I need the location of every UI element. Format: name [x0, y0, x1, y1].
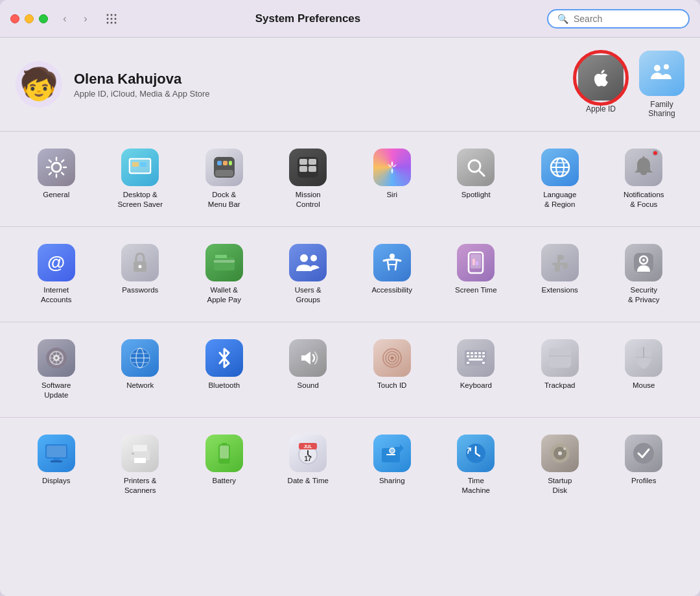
svg-point-105: [633, 443, 654, 464]
search-input[interactable]: [574, 14, 679, 24]
svg-rect-44: [472, 259, 475, 265]
trackpad-label: Trackpad: [522, 381, 598, 390]
profile-subtitle: Apple ID, iCloud, Media & App Store: [74, 89, 578, 99]
pref-users[interactable]: Users &Groups: [268, 239, 349, 310]
svg-rect-14: [132, 162, 139, 167]
svg-rect-23: [309, 159, 316, 165]
minimize-button[interactable]: [25, 14, 34, 23]
desktop-label: Desktop &Screen Saver: [102, 190, 179, 209]
mouse-icon: [625, 339, 662, 377]
svg-rect-73: [482, 355, 485, 357]
svg-rect-22: [299, 159, 307, 165]
pref-sound[interactable]: Sound: [268, 334, 349, 405]
general-icon: [38, 149, 75, 186]
svg-rect-64: [467, 352, 469, 354]
pref-spotlight[interactable]: Spotlight: [436, 143, 517, 215]
pref-sharing[interactable]: Sharing: [351, 429, 433, 501]
accessibility-label: Accessibility: [354, 285, 430, 295]
svg-rect-19: [223, 161, 228, 165]
spotlight-icon: [457, 149, 495, 186]
profile-section: 🧒 Olena Kahujova Apple ID, iCloud, Media…: [0, 38, 700, 132]
svg-point-62: [390, 356, 393, 359]
system-preferences-window: ‹ › System Preferences 🔍 🧒 Olena Kahujov…: [0, 0, 700, 596]
maximize-button[interactable]: [39, 14, 48, 23]
pref-wallet[interactable]: Wallet &Apple Pay: [183, 239, 265, 310]
traffic-lights: [10, 14, 48, 23]
svg-point-103: [558, 451, 562, 455]
pref-dock[interactable]: Dock &Menu Bar: [183, 143, 265, 215]
svg-text:17: 17: [305, 455, 312, 462]
pref-notifications[interactable]: Notifications& Focus: [603, 143, 685, 215]
pref-touchid[interactable]: Touch ID: [351, 334, 433, 405]
pref-accessibility[interactable]: Accessibility: [351, 239, 433, 310]
svg-point-10: [664, 64, 669, 69]
trackpad-icon: [541, 339, 579, 377]
profile-info: Olena Kahujova Apple ID, iCloud, Media &…: [74, 71, 578, 99]
pref-desktop[interactable]: Desktop &Screen Saver: [100, 143, 181, 215]
mouse-label: Mouse: [606, 381, 682, 390]
pref-datetime[interactable]: JUL 17 Date & Time: [268, 429, 349, 501]
svg-rect-71: [474, 355, 477, 357]
svg-rect-72: [478, 355, 481, 357]
language-icon: [541, 149, 579, 186]
section-3-grid: SoftwareUpdate Network: [16, 334, 684, 405]
pref-language[interactable]: Language& Region: [519, 143, 601, 215]
apple-id-button[interactable]: Apple ID: [578, 55, 624, 113]
svg-rect-77: [549, 348, 571, 368]
network-label: Network: [102, 381, 179, 390]
pref-mission[interactable]: MissionControl: [268, 143, 349, 215]
screentime-label: Screen Time: [438, 285, 515, 295]
window-title: System Preferences: [76, 12, 539, 25]
screentime-icon: [457, 244, 495, 281]
pref-mouse[interactable]: Mouse: [603, 334, 685, 405]
svg-rect-38: [215, 255, 227, 258]
pref-software[interactable]: SoftwareUpdate: [16, 334, 97, 405]
pref-profiles[interactable]: Profiles: [603, 429, 685, 501]
svg-rect-91: [220, 446, 229, 459]
security-icon: [625, 244, 662, 281]
titlebar: ‹ › System Preferences 🔍: [0, 0, 700, 38]
pref-screentime[interactable]: Screen Time: [436, 239, 517, 310]
profiles-label: Profiles: [606, 476, 682, 486]
pref-general[interactable]: General: [16, 143, 97, 215]
svg-rect-15: [140, 162, 146, 167]
pref-bluetooth[interactable]: Bluetooth: [183, 334, 265, 405]
notifications-label: Notifications& Focus: [606, 190, 682, 209]
pref-network[interactable]: Network: [100, 334, 181, 405]
pref-passwords[interactable]: Passwords: [100, 239, 181, 310]
notifications-icon: [625, 149, 662, 186]
touchid-icon: [373, 339, 411, 377]
svg-rect-65: [471, 352, 473, 354]
pref-internet[interactable]: @ InternetAccounts: [16, 239, 97, 310]
pref-security[interactable]: Security& Privacy: [603, 239, 685, 310]
close-button[interactable]: [10, 14, 19, 23]
pref-displays[interactable]: Displays: [16, 429, 97, 501]
svg-point-48: [642, 259, 645, 261]
pref-battery[interactable]: Battery: [183, 429, 265, 501]
siri-icon: [373, 149, 411, 186]
svg-rect-25: [309, 166, 316, 172]
svg-rect-82: [47, 446, 66, 457]
battery-icon: [205, 435, 243, 472]
pref-extensions[interactable]: Extensions: [519, 239, 601, 310]
family-sharing-label: FamilySharing: [648, 100, 675, 118]
pref-startup[interactable]: StartupDisk: [519, 429, 601, 501]
svg-text:JUL: JUL: [304, 444, 313, 449]
svg-rect-45: [476, 261, 478, 265]
family-sharing-button[interactable]: FamilySharing: [639, 51, 684, 118]
svg-point-39: [300, 254, 308, 262]
svg-point-99: [390, 448, 395, 453]
pref-printers[interactable]: Printers &Scanners: [100, 429, 181, 501]
dock-icon: [205, 149, 243, 186]
pref-siri[interactable]: Siri: [351, 143, 433, 215]
svg-point-104: [563, 447, 566, 450]
datetime-label: Date & Time: [270, 476, 347, 486]
pref-trackpad[interactable]: Trackpad: [519, 334, 601, 405]
printers-label: Printers &Scanners: [102, 476, 179, 495]
pref-timemachine[interactable]: TimeMachine: [436, 429, 517, 501]
svg-point-40: [310, 255, 317, 261]
extensions-icon: [541, 244, 579, 281]
back-button[interactable]: ‹: [56, 10, 74, 28]
search-box[interactable]: 🔍: [547, 9, 690, 29]
pref-keyboard[interactable]: Keyboard: [436, 334, 517, 405]
